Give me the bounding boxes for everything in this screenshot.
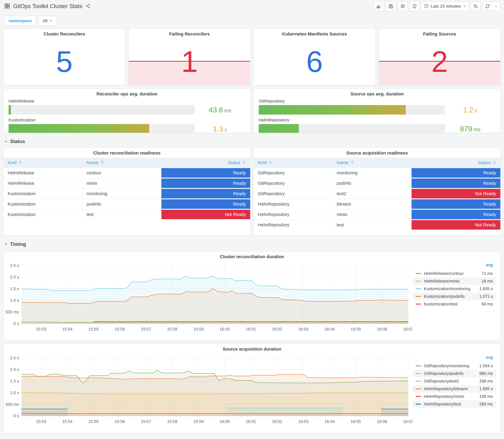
filter-funnel-icon[interactable] — [492, 161, 496, 165]
table-title: Cluster reconciliation readiness — [4, 148, 250, 158]
svg-text:2.0 s: 2.0 s — [10, 367, 19, 372]
stat-value: 5 — [56, 47, 73, 76]
legend-item: HelmRepository/test289 ms — [413, 400, 496, 408]
legend-series-name[interactable]: GitRepository/monitoring — [424, 364, 479, 368]
kind-cell: GitRepository — [254, 168, 333, 178]
share-icon[interactable] — [85, 3, 90, 9]
svg-text:16:03: 16:03 — [298, 327, 309, 331]
gauge-panel-title: Reconciler ops avg. duration — [4, 89, 250, 97]
filter-funnel-icon[interactable] — [242, 161, 246, 165]
svg-text:16:03: 16:03 — [298, 419, 309, 424]
table-row: HelmReleaseminioReady — [4, 178, 250, 188]
charts-column: Cluster reconciliation duration0 s500 ms… — [0, 251, 504, 433]
legend-series-dash — [416, 304, 421, 305]
status-badge: Not Ready — [161, 210, 250, 219]
chevron-down-icon — [4, 139, 8, 143]
table-title: Source acquisition readiness — [254, 148, 500, 158]
stat-panel-0: Cluster Reconcilers5 — [3, 28, 125, 85]
chart-legend: avgHelmRelease/contour71 msHelmRelease/m… — [413, 260, 496, 333]
legend-series-avg: 71 ms — [481, 271, 493, 276]
gauge-fill-gradient — [9, 105, 11, 115]
table-row: GitRepositorymonitoringReady — [254, 168, 500, 178]
chart-row-1: Source acquisition duration0 s500 ms1.0 … — [0, 343, 504, 433]
legend-series-avg: 338 ms — [479, 379, 493, 384]
status-badge: Ready — [161, 168, 250, 178]
column-header-kind[interactable]: Kind — [254, 158, 333, 168]
section-title: Status — [10, 139, 25, 144]
chart-body: 0 s500 ms1.0 s1.5 s2.0 s2.5 s15:5315:541… — [4, 259, 500, 333]
cycle-view-button[interactable] — [409, 1, 419, 11]
table-row: HelmRepositorytestNot Ready — [254, 220, 500, 230]
legend-series-dash — [416, 288, 421, 289]
legend-series-name[interactable]: Kustomization/monitoring — [424, 286, 479, 291]
gauge-bar: 1.3s — [9, 124, 245, 133]
filter-funnel-icon[interactable] — [100, 161, 104, 165]
kind-cell: GitRepository — [254, 178, 333, 188]
tables-row: Cluster reconciliation readinessKindName… — [0, 147, 504, 236]
chart-panel-0: Cluster reconciliation duration0 s500 ms… — [3, 251, 501, 341]
legend-series-name[interactable]: GitRepository/podinfo — [424, 371, 479, 376]
gauge-row: Kustomization1.3s — [9, 118, 245, 133]
column-header-label: Status — [228, 160, 240, 165]
gauge-row: HelmRelease43.6ms — [9, 99, 245, 115]
status-badge: Ready — [412, 210, 500, 219]
dashboard-grid-icon[interactable] — [4, 3, 10, 10]
gauge-body: GitRepository1.2sHelmRepository879ms — [254, 97, 500, 133]
time-picker-button[interactable]: Last 15 minutes — [421, 1, 469, 11]
name-cell: podinfo — [333, 178, 412, 188]
table-row: KustomizationmonitoringReady — [4, 188, 250, 199]
gauges-row: Reconciler ops avg. durationHelmRelease4… — [0, 88, 504, 133]
legend-series-name[interactable]: HelmRepository/minio — [424, 394, 479, 399]
refresh-button[interactable] — [483, 1, 492, 11]
variable-value-dropdown[interactable]: All — [38, 16, 57, 26]
legend-item: Kustomization/podinfo1.071 s — [413, 293, 496, 300]
kind-cell: Kustomization — [4, 189, 83, 199]
legend-series-name[interactable]: HelmRelease/contour — [424, 271, 481, 276]
column-header-status[interactable]: Status — [412, 158, 500, 168]
legend-series-name[interactable]: Kustomization/podinfo — [424, 294, 479, 299]
name-cell: monitoring — [333, 168, 412, 178]
chart-plot-area[interactable]: 0 s500 ms1.0 s1.5 s2.0 s2.5 s15:5315:541… — [5, 260, 413, 333]
svg-text:16:01: 16:01 — [246, 419, 256, 424]
section-timing[interactable]: Timing — [0, 240, 504, 248]
status-cell: Ready — [161, 168, 250, 178]
column-header-name[interactable]: Name — [333, 158, 412, 168]
filter-funnel-icon[interactable] — [350, 161, 354, 165]
refresh-interval-dropdown[interactable] — [492, 1, 500, 11]
column-header-name[interactable]: Name — [83, 158, 161, 168]
svg-text:16:00: 16:00 — [219, 327, 230, 331]
column-header-kind[interactable]: Kind — [4, 158, 83, 168]
legend-series-name[interactable]: HelmRelease/minio — [424, 279, 481, 284]
status-cell: Ready — [161, 199, 250, 209]
chart-title: Source acquisition duration — [4, 344, 500, 352]
column-header-label: Name — [337, 160, 349, 165]
zoom-out-button[interactable] — [471, 1, 481, 11]
status-badge: Ready — [412, 168, 500, 178]
legend-series-avg: 16 ms — [481, 279, 493, 284]
status-cell: Ready — [412, 178, 500, 188]
name-cell: minio — [333, 209, 412, 220]
chart-plot-area[interactable]: 0 s500 ms1.0 s1.5 s2.0 s2.5 s15:5315:541… — [5, 352, 413, 425]
legend-item: Kustomization/test84 ms — [413, 300, 496, 308]
dashboard-header: GitOps Toolkit Cluster Stats ⚙ — [0, 0, 504, 12]
column-header-status[interactable]: Status — [161, 158, 250, 168]
svg-text:16:06: 16:06 — [377, 327, 387, 331]
page-title[interactable]: GitOps Toolkit Cluster Stats — [13, 3, 82, 10]
save-dashboard-button[interactable] — [386, 1, 396, 11]
status-cell: Ready — [412, 209, 500, 220]
legend-series-name[interactable]: GitRepository/test2 — [424, 379, 479, 384]
dashboard-settings-button[interactable]: ⚙ — [398, 1, 408, 11]
legend-series-name[interactable]: HelmRepository/bitnami — [424, 387, 479, 391]
column-header-label: Status — [478, 160, 491, 165]
legend-series-name[interactable]: Kustomization/test — [424, 302, 481, 306]
legend-series-avg: 84 ms — [481, 302, 493, 306]
filter-funnel-icon[interactable] — [269, 161, 272, 165]
filter-funnel-icon[interactable] — [18, 161, 22, 165]
name-cell: monitoring — [83, 189, 161, 199]
status-badge: Ready — [161, 189, 250, 198]
legend-series-name[interactable]: HelmRepository/test — [424, 402, 479, 407]
chevron-down-icon — [463, 4, 466, 8]
gauge-track — [259, 105, 445, 115]
section-status[interactable]: Status — [0, 137, 504, 146]
add-panel-button[interactable] — [374, 1, 384, 11]
